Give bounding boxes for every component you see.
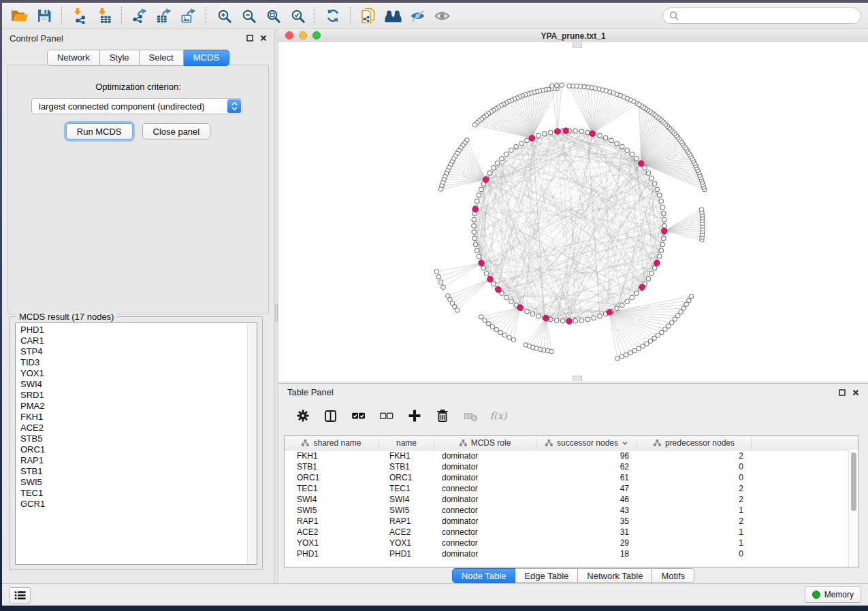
import-network-button[interactable] [67, 5, 92, 26]
tab-node-table[interactable]: Node Table [452, 568, 516, 583]
mcds-result-item[interactable]: GCR1 [16, 499, 257, 510]
search-input[interactable] [683, 10, 854, 22]
tab-network-table[interactable]: Network Table [578, 568, 652, 583]
export-table-icon [156, 7, 172, 24]
zoom-out-button[interactable] [236, 5, 261, 26]
cell-successor-nodes: 43 [536, 506, 637, 515]
optimization-criterion-select[interactable]: largest connected component (undirected) [31, 98, 242, 114]
mcds-result-item[interactable]: STP4 [16, 346, 257, 357]
zoom-in-button[interactable] [212, 5, 236, 26]
mcds-result-item[interactable]: STB5 [16, 433, 257, 444]
table-row[interactable]: ORC1ORC1dominator610 [285, 472, 858, 483]
float-panel-icon[interactable] [839, 389, 846, 396]
table-panel: Table Panel f(x) shared namenameMCDS rol… [278, 383, 868, 584]
binoculars-icon [384, 8, 402, 23]
network-graph[interactable] [278, 42, 868, 381]
cell-shared-name: SWI5 [285, 506, 379, 515]
close-panel-icon[interactable] [852, 389, 859, 396]
show-graphics-button[interactable] [430, 5, 454, 26]
mcds-result-item[interactable]: SWI4 [16, 379, 257, 390]
clone-network-button[interactable] [356, 5, 381, 26]
cell-successor-nodes: 47 [536, 484, 637, 493]
zoom-selected-button[interactable] [285, 5, 310, 26]
column-header-name[interactable]: name [379, 436, 434, 450]
cell-predecessor-nodes: 0 [637, 549, 752, 559]
table-row[interactable]: STB1STB1dominator620 [285, 461, 858, 472]
chevron-up-down-icon [231, 101, 238, 111]
export-network-button[interactable] [127, 5, 152, 26]
close-panel-icon[interactable] [260, 35, 267, 42]
mcds-result-item[interactable]: FKH1 [16, 412, 257, 423]
mcds-result-item[interactable]: ORC1 [16, 444, 257, 455]
export-table-button[interactable] [152, 5, 176, 26]
task-history-button[interactable] [9, 587, 31, 604]
result-list-scrollbar[interactable] [247, 323, 257, 564]
open-session-button[interactable] [7, 5, 32, 26]
table-settings-button[interactable] [293, 407, 312, 425]
search-network-button[interactable] [381, 5, 405, 26]
memory-button[interactable]: Memory [805, 587, 861, 603]
cell-MCDS-role: dominator [434, 495, 536, 504]
export-image-button[interactable] [176, 5, 201, 26]
tab-network[interactable]: Network [47, 50, 100, 66]
tab-mcds[interactable]: MCDS [184, 50, 229, 66]
mcds-result-item[interactable]: TEC1 [16, 488, 257, 499]
add-row-button[interactable] [405, 407, 423, 425]
split-handle-top[interactable] [573, 42, 582, 48]
show-columns-button[interactable] [321, 407, 340, 425]
table-row[interactable]: FKH1FKH1dominator962 [285, 450, 858, 461]
table-scrollbar-thumb[interactable] [851, 452, 856, 511]
mcds-result-list[interactable]: PHD1CAR1STP4TID3YOX1SWI4SRD1PMA2FKH1ACE2… [15, 323, 257, 565]
table-row[interactable]: RAP1RAP1dominator352 [285, 516, 858, 527]
close-window-icon[interactable] [285, 31, 293, 39]
deselect-all-button[interactable] [377, 407, 396, 425]
mcds-result-item[interactable]: STB1 [16, 466, 257, 477]
tab-motifs[interactable]: Motifs [652, 568, 694, 583]
refresh-button[interactable] [321, 5, 345, 26]
cell-shared-name: YOX1 [285, 538, 379, 548]
export-network-icon [131, 7, 148, 24]
mcds-result-items: PHD1CAR1STP4TID3YOX1SWI4SRD1PMA2FKH1ACE2… [16, 325, 257, 510]
table-row[interactable]: SWI5SWI5connector431 [285, 505, 858, 516]
tab-style[interactable]: Style [100, 50, 140, 66]
minimize-window-icon[interactable] [299, 31, 307, 39]
cell-successor-nodes: 29 [536, 538, 637, 548]
tab-edge-table[interactable]: Edge Table [515, 568, 578, 583]
column-header-successor-nodes[interactable]: successor nodes [536, 436, 637, 450]
zoom-fit-button[interactable] [261, 5, 285, 26]
float-panel-icon[interactable] [246, 35, 253, 42]
splitter-grip[interactable] [275, 304, 278, 322]
close-panel-button[interactable]: Close panel [142, 123, 211, 139]
import-table-button[interactable] [92, 5, 116, 26]
mcds-result-item[interactable]: PHD1 [16, 325, 257, 335]
table-row[interactable]: PHD1PHD1dominator180 [285, 548, 858, 559]
maximize-window-icon[interactable] [312, 31, 321, 39]
table-row[interactable]: YOX1YOX1connector291 [285, 538, 858, 548]
mcds-result-item[interactable]: SRD1 [16, 390, 257, 401]
mcds-result-item[interactable]: YOX1 [16, 368, 257, 379]
cell-name: RAP1 [379, 516, 434, 526]
mcds-result-item[interactable]: PMA2 [16, 401, 257, 412]
network-canvas[interactable] [278, 42, 868, 381]
column-header-MCDS-role[interactable]: MCDS role [434, 436, 536, 450]
mcds-result-item[interactable]: SWI5 [16, 477, 257, 488]
hide-graphics-button[interactable] [405, 5, 430, 26]
mcds-result-item[interactable]: ACE2 [16, 423, 257, 433]
run-mcds-button[interactable]: Run MCDS [66, 123, 133, 139]
mcds-result-item[interactable]: TID3 [16, 357, 257, 368]
delete-row-button[interactable] [433, 407, 451, 425]
tab-select[interactable]: Select [140, 50, 184, 66]
network-window-titlebar[interactable]: YPA_prune.txt_1 [278, 29, 868, 43]
table-row[interactable]: ACE2ACE2connector311 [285, 527, 858, 538]
zoom-out-icon [241, 8, 257, 24]
column-header-shared-name[interactable]: shared name [285, 436, 379, 450]
table-scrollbar[interactable] [848, 450, 858, 567]
mcds-result-item[interactable]: CAR1 [16, 335, 257, 346]
mcds-result-item[interactable]: RAP1 [16, 455, 257, 466]
table-row[interactable]: TEC1TEC1connector472 [285, 483, 858, 494]
column-header-predecessor-nodes[interactable]: predecessor nodes [637, 436, 752, 450]
save-session-button[interactable] [32, 5, 57, 26]
select-all-button[interactable] [349, 407, 368, 425]
split-handle-bottom[interactable] [573, 376, 582, 381]
table-row[interactable]: SWI4SWI4dominator462 [285, 494, 858, 505]
